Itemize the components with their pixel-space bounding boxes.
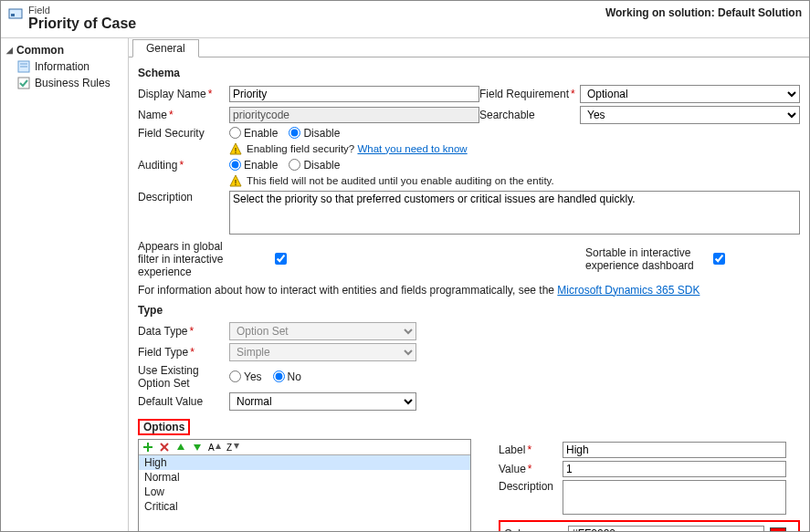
option-add-button[interactable] (142, 442, 153, 453)
data-type-select: Option Set (229, 322, 416, 340)
description-label: Description (138, 191, 229, 203)
default-value-select[interactable]: Normal (229, 392, 416, 411)
description-textarea[interactable]: Select the priority so that preferred cu… (229, 191, 800, 235)
field-security-disable[interactable]: Disable (289, 127, 340, 140)
sidebar-item-information[interactable]: Information (1, 58, 128, 75)
field-type-label: Field Type* (138, 346, 229, 359)
appears-global-filter-label: Appears in global filter in interactive … (138, 240, 229, 278)
auditing-enable[interactable]: Enable (229, 159, 278, 172)
use-existing-no[interactable]: No (273, 370, 301, 383)
option-item[interactable]: Normal (139, 470, 470, 485)
field-security-enable[interactable]: Enable (229, 127, 278, 140)
sidebar-group-common[interactable]: ◢ Common (1, 42, 128, 58)
option-value-label: Value* (499, 463, 563, 475)
field-type-select: Simple (229, 343, 416, 361)
searchable-select[interactable]: Yes (580, 106, 800, 124)
tab-bar: General (129, 38, 809, 57)
display-name-label: Display Name* (138, 88, 229, 100)
svg-marker-15 (194, 444, 201, 451)
header: Field Priority of Case Working on soluti… (1, 1, 809, 38)
warning-icon: ! (229, 142, 242, 155)
options-toolbar: A Z (139, 440, 470, 455)
sidebar: ◢ Common Information Business Rules (1, 38, 129, 531)
option-item[interactable]: High (139, 455, 470, 470)
field-security-warning: ! Enabling field security? What you need… (229, 142, 800, 155)
svg-text:!: ! (235, 178, 237, 187)
option-item[interactable]: Low (139, 485, 470, 499)
svg-text:!: ! (235, 146, 237, 155)
searchable-label: Searchable (479, 109, 580, 121)
option-label-input[interactable] (563, 442, 786, 458)
rules-icon (17, 77, 30, 89)
page-title: Priority of Case (28, 16, 136, 32)
option-value-input[interactable] (563, 461, 786, 477)
svg-text:Z: Z (226, 443, 232, 453)
field-security-link[interactable]: What you need to know (357, 143, 467, 154)
option-movedown-button[interactable] (192, 442, 203, 453)
warning-icon: ! (229, 174, 242, 187)
svg-marker-17 (216, 443, 221, 449)
svg-text:A: A (208, 443, 215, 453)
option-label-label: Label* (499, 443, 563, 456)
sidebar-item-business-rules[interactable]: Business Rules (1, 75, 128, 91)
section-options: Options (138, 419, 190, 435)
field-security-label: Field Security (138, 127, 229, 140)
option-desc-textarea[interactable] (563, 480, 786, 515)
option-sort-asc-button[interactable]: A (208, 442, 221, 453)
solution-context: Working on solution: Default Solution (605, 5, 802, 19)
use-existing-yes[interactable]: Yes (229, 370, 262, 383)
appears-global-filter-checkbox[interactable] (275, 253, 287, 265)
option-color-swatch[interactable] (770, 527, 786, 531)
option-item[interactable]: Critical (139, 499, 470, 514)
field-icon (8, 6, 23, 21)
options-list[interactable]: High Normal Low Critical (139, 455, 470, 531)
field-requirement-select[interactable]: Optional (580, 85, 800, 103)
use-existing-label: Use Existing Option Set (138, 364, 229, 390)
auditing-label: Auditing* (138, 159, 229, 172)
options-panel: A Z High Normal Low Critical (138, 439, 471, 531)
sortable-dashboard-label: Sortable in interactive experience dashb… (585, 246, 704, 272)
svg-rect-1 (11, 14, 15, 16)
section-type: Type (138, 304, 800, 317)
tab-general[interactable]: General (132, 39, 199, 57)
svg-rect-5 (18, 78, 29, 89)
sortable-dashboard-checkbox[interactable] (713, 253, 725, 265)
option-delete-button[interactable] (159, 442, 170, 453)
section-schema: Schema (138, 67, 800, 79)
option-color-label: Color (504, 527, 568, 531)
option-desc-label: Description (499, 480, 563, 493)
display-name-input[interactable] (229, 86, 479, 102)
field-requirement-label: Field Requirement* (479, 88, 580, 100)
auditing-disable[interactable]: Disable (289, 159, 340, 172)
sdk-info: For information about how to interact wi… (138, 284, 800, 297)
option-color-row: Color (499, 520, 800, 531)
name-label: Name* (138, 109, 229, 121)
option-sort-desc-button[interactable]: Z (226, 442, 239, 453)
form-icon (17, 60, 30, 73)
svg-marker-14 (177, 443, 184, 450)
option-detail-panel: Label* Value* Description Color (499, 439, 800, 531)
default-value-label: Default Value (138, 395, 229, 408)
collapse-icon: ◢ (6, 46, 13, 55)
header-subtitle: Field (28, 5, 136, 16)
data-type-label: Data Type* (138, 325, 229, 338)
svg-marker-19 (234, 443, 239, 449)
option-color-input[interactable] (568, 526, 764, 531)
name-input (229, 107, 479, 123)
auditing-warning: ! This field will not be audited until y… (229, 174, 800, 187)
sdk-link[interactable]: Microsoft Dynamics 365 SDK (557, 284, 700, 297)
option-moveup-button[interactable] (175, 442, 186, 453)
